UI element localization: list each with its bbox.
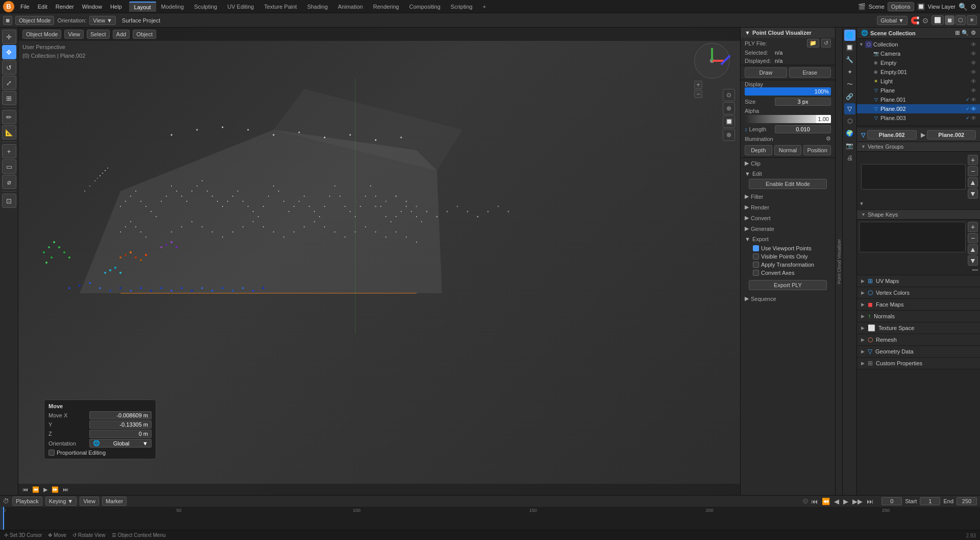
orientation-dropdown[interactable]: View ▼ — [89, 16, 116, 25]
global-dropdown[interactable]: Global ▼ — [877, 16, 908, 25]
start-frame-input[interactable]: 1 — [920, 497, 940, 505]
collection-settings-btn[interactable]: ⚙ — [971, 30, 976, 36]
tab-texture-paint[interactable]: Texture Paint — [259, 2, 302, 11]
zoom-in-btn[interactable]: + — [694, 81, 702, 89]
geometry-data-header[interactable]: ▶ ▽ Geometry Data — [857, 346, 980, 357]
shape-keys-header[interactable]: ▼ Shape Keys — [857, 210, 980, 220]
move-tool[interactable]: ✥ — [2, 45, 16, 59]
frame-step-back-btn[interactable]: ⏪ — [32, 486, 39, 493]
eye-plane001[interactable]: 👁 — [971, 97, 978, 103]
solid-icon[interactable]: ◼ — [945, 15, 954, 25]
snap-toggle-icon[interactable]: 🔲 — [723, 115, 735, 128]
annotate-tool[interactable]: ✏ — [2, 110, 16, 124]
menu-help[interactable]: Help — [106, 3, 126, 11]
vg-remove-btn[interactable]: − — [968, 166, 978, 176]
material-icon[interactable]: ⬡ — [955, 15, 966, 25]
constraints-icon[interactable]: 🔗 — [844, 91, 855, 102]
rotate-tool[interactable]: ↺ — [2, 60, 16, 75]
transform-tool[interactable]: ⊞ — [2, 91, 16, 105]
add-menu[interactable]: Add — [113, 30, 130, 39]
sk-remove-btn[interactable]: − — [968, 233, 978, 243]
marker-menu[interactable]: Marker — [102, 497, 127, 506]
export-ply-btn[interactable]: Export PLY — [749, 280, 827, 290]
tab-layout[interactable]: Layout — [129, 2, 156, 12]
gizmo-toggle-icon[interactable]: ⊕ — [723, 102, 735, 114]
cursor-tool[interactable]: ✛ — [2, 30, 16, 44]
object-menu[interactable]: Object — [133, 30, 156, 39]
select-box-tool[interactable]: ▭ — [2, 159, 16, 174]
tree-item-plane002[interactable]: ▽ Plane.002 ✓ 👁 — [857, 104, 980, 113]
move-x-value[interactable]: -0.008609 m — [89, 411, 152, 419]
collection-filter-btn[interactable]: ⊞ — [955, 30, 960, 36]
eye-light[interactable]: 👁 — [971, 78, 978, 84]
viewport-3d[interactable]: Object Mode View Select Add Object User … — [18, 28, 740, 495]
tab-rendering[interactable]: Rendering — [368, 2, 404, 11]
render-header[interactable]: ▶ Render — [745, 203, 831, 212]
particles-icon[interactable]: ✦ — [844, 66, 855, 78]
move-z-value[interactable]: 0 m — [89, 430, 152, 438]
use-viewport-checkbox[interactable] — [753, 245, 759, 251]
vertex-colors-header[interactable]: ▶ ⬡ Vertex Colors — [857, 287, 980, 298]
tree-item-empty001[interactable]: ⊕ Empty.001 👁 — [857, 67, 980, 77]
step-back-btn[interactable]: ⏪ — [821, 498, 831, 505]
edit-header[interactable]: ▼ Edit — [745, 170, 831, 178]
sk-down-btn[interactable]: ▼ — [968, 255, 978, 266]
rendered-icon[interactable]: ☀ — [967, 15, 977, 25]
tree-item-plane001[interactable]: ▽ Plane.001 ✓ 👁 — [857, 95, 980, 104]
measure-tool[interactable]: 📐 — [2, 125, 16, 139]
extra-tool[interactable]: ⊡ — [2, 194, 16, 208]
sk-add-btn[interactable]: + — [968, 222, 978, 232]
proportional-edit-icon[interactable]: ⊙ — [922, 16, 928, 25]
menu-window[interactable]: Window — [78, 3, 106, 11]
ply-open-btn[interactable]: 📁 — [807, 39, 819, 48]
frame-step-fwd-btn[interactable]: ⏩ — [52, 486, 59, 493]
collection-search-btn[interactable]: 🔍 — [962, 30, 969, 36]
sk-up-btn[interactable]: ▲ — [968, 244, 978, 254]
menu-render[interactable]: Render — [52, 3, 78, 11]
erase-btn[interactable]: Erase — [789, 67, 831, 78]
tab-compositing[interactable]: Compositing — [404, 2, 446, 11]
step-back2-btn[interactable]: ◀ — [833, 498, 840, 505]
select-lasso-tool[interactable]: ⌀ — [2, 175, 16, 189]
snap-icon[interactable]: 🧲 — [911, 16, 919, 25]
wireframe-icon[interactable]: ⬜ — [932, 15, 944, 25]
tree-item-empty[interactable]: ⊕ Empty 👁 — [857, 58, 980, 67]
end-frame-input[interactable]: 250 — [957, 497, 977, 505]
illumination-settings-btn[interactable]: ⚙ — [826, 135, 831, 142]
eye-plane002[interactable]: 👁 — [971, 106, 978, 112]
eye-plane003[interactable]: 👁 — [971, 115, 978, 121]
physics-icon[interactable]: 〜 — [844, 79, 855, 90]
object-name-display[interactable]: Plane.002 — [867, 130, 917, 139]
scale-tool[interactable]: ⤢ — [2, 76, 16, 90]
tree-item-plane003[interactable]: ▽ Plane.003 ✓ 👁 — [857, 113, 980, 123]
modifier-icon[interactable]: 🔧 — [844, 54, 855, 65]
step-fwd-btn[interactable]: ▶▶ — [851, 498, 864, 505]
vg-move-down-btn[interactable]: ▼ — [968, 189, 978, 199]
vg-extra-btn[interactable]: ▼ — [859, 201, 864, 206]
normals-header[interactable]: ▶ ↑ Normals — [857, 311, 980, 322]
tree-item-camera[interactable]: 📷 Camera 👁 — [857, 49, 980, 58]
sequence-header[interactable]: ▶ Sequence — [745, 294, 831, 303]
keying-menu[interactable]: Keying ▼ — [45, 497, 77, 506]
face-maps-header[interactable]: ▶ ◼ Face Maps — [857, 299, 980, 310]
alpha-slider[interactable]: 1.00 — [745, 115, 831, 123]
tab-animation[interactable]: Animation — [333, 2, 368, 11]
scene-collection-icon[interactable]: 🌐 — [844, 30, 855, 41]
jump-end-btn[interactable]: ⏭ — [866, 498, 874, 505]
menu-edit[interactable]: Edit — [34, 3, 52, 11]
export-header[interactable]: ▼ Export — [745, 235, 831, 243]
object-data-icon[interactable]: ▽ — [844, 103, 855, 114]
eye-collection[interactable]: 👁 — [971, 41, 978, 48]
convert-axes-checkbox[interactable] — [753, 270, 759, 276]
tab-sculpting[interactable]: Sculpting — [189, 2, 222, 11]
length-value[interactable]: 0.010 — [775, 125, 831, 133]
playback-btn[interactable]: ⏮ — [22, 486, 28, 492]
depth-btn[interactable]: Depth — [745, 145, 772, 155]
jump-start-btn[interactable]: ⏮ — [810, 498, 819, 505]
custom-properties-header[interactable]: ▶ ⊞ Custom Properties — [857, 358, 980, 369]
size-value[interactable]: 3 px — [775, 98, 831, 106]
zoom-out-btn[interactable]: − — [694, 90, 702, 98]
eye-empty001[interactable]: 👁 — [971, 69, 978, 75]
normal-btn[interactable]: Normal — [774, 145, 802, 155]
object-properties-icon[interactable]: 🔲 — [844, 42, 855, 53]
